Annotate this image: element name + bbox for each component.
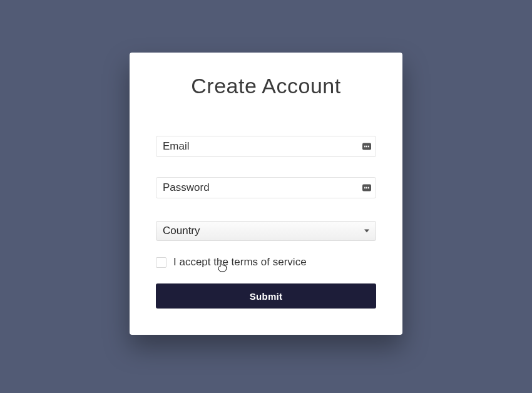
email-field-wrap xyxy=(156,136,376,157)
email-input[interactable] xyxy=(156,136,376,157)
country-selected-label: Country xyxy=(163,225,200,237)
country-select-wrap: Country xyxy=(156,221,376,241)
keychain-icon[interactable] xyxy=(362,143,371,150)
form-title: Create Account xyxy=(156,74,376,98)
country-select[interactable]: Country xyxy=(156,221,376,241)
password-input[interactable] xyxy=(156,177,376,198)
tos-label: I accept the terms of service xyxy=(173,256,307,268)
tos-row: I accept the terms of service xyxy=(156,256,376,268)
signup-card: Create Account Country I accept the term… xyxy=(130,53,402,335)
chevron-down-icon xyxy=(364,230,369,233)
tos-checkbox[interactable] xyxy=(156,257,166,268)
submit-button[interactable]: Submit xyxy=(156,283,376,309)
password-field-wrap xyxy=(156,177,376,198)
keychain-icon[interactable] xyxy=(362,185,371,191)
